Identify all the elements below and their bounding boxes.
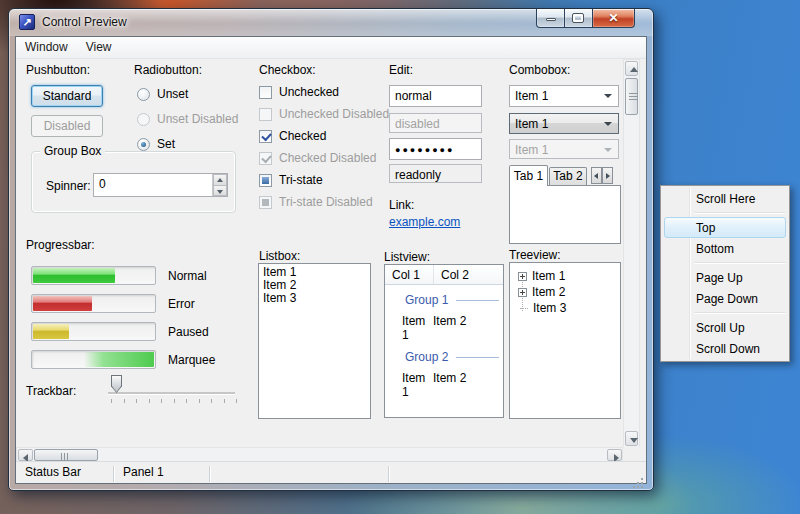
thumb-grip bbox=[629, 93, 638, 101]
progressbar-error-label: Error bbox=[168, 297, 195, 311]
standard-button[interactable]: Standard bbox=[31, 85, 103, 107]
spinner-up-button[interactable] bbox=[213, 174, 227, 185]
trackbar-thumb[interactable] bbox=[111, 375, 122, 393]
treeview: Item 1 Item 2 Item 3 bbox=[509, 262, 621, 419]
combobox-editable[interactable]: Item 1 bbox=[509, 85, 619, 107]
checkbox-checked-label: Checked bbox=[279, 129, 326, 143]
checkbox-tristate-disabled-label: Tri-state Disabled bbox=[279, 195, 373, 209]
menu-separator bbox=[694, 312, 785, 313]
radio-unset-disabled: Unset Disabled bbox=[137, 112, 238, 126]
edit-normal[interactable]: normal bbox=[389, 85, 482, 107]
progress-fill-error bbox=[33, 296, 92, 311]
scroll-up-button[interactable] bbox=[625, 61, 638, 76]
right-arrow-icon bbox=[606, 173, 610, 179]
combobox-dropdown-value: Item 1 bbox=[515, 117, 548, 131]
trackbar-label: Trackbar: bbox=[26, 384, 76, 398]
spinner-value: 0 bbox=[94, 174, 212, 196]
scroll-down-button[interactable] bbox=[625, 431, 638, 446]
radio-set-label: Set bbox=[157, 137, 175, 151]
example-link[interactable]: example.com bbox=[389, 215, 460, 229]
up-arrow-icon bbox=[217, 178, 223, 182]
progress-fill-normal bbox=[33, 268, 115, 283]
combobox-editable-value: Item 1 bbox=[515, 89, 548, 103]
listview-cell: Item 2 bbox=[433, 314, 466, 342]
combobox-disabled: Item 1 bbox=[509, 139, 619, 159]
trackbar-track[interactable] bbox=[108, 392, 235, 394]
checkbox-unchecked[interactable]: Unchecked bbox=[259, 85, 339, 99]
down-arrow-icon bbox=[217, 190, 223, 194]
radio-set[interactable]: Set bbox=[137, 137, 175, 151]
tab-1[interactable]: Tab 1 bbox=[509, 165, 548, 186]
spinner-down-button[interactable] bbox=[213, 185, 227, 197]
scroll-right-button[interactable] bbox=[607, 449, 622, 461]
listview-group-2: Group 2 bbox=[405, 350, 499, 364]
menu-item-bottom[interactable]: Bottom bbox=[664, 238, 786, 259]
vertical-scrollbar[interactable] bbox=[623, 59, 640, 448]
checkbox-checked-disabled: Checked Disabled bbox=[259, 151, 376, 165]
window-controls: ✕ bbox=[536, 9, 635, 28]
menu-bar: Window View bbox=[16, 37, 646, 59]
dropdown-arrow-icon bbox=[604, 148, 612, 152]
listview-col1-header[interactable]: Col 1 bbox=[385, 265, 434, 284]
edit-password[interactable]: ●●●●●●●● bbox=[389, 138, 482, 160]
listview-label: Listview: bbox=[384, 250, 430, 264]
listview-row[interactable]: Item 1 Item 2 bbox=[385, 314, 503, 342]
app-window: ↗ Control Preview ✕ Window View Pushbutt… bbox=[8, 8, 654, 491]
menu-item-scroll-up[interactable]: Scroll Up bbox=[664, 317, 786, 338]
tab-scroll-left-button[interactable] bbox=[591, 167, 602, 184]
tree-item-3[interactable]: Item 3 bbox=[520, 301, 566, 315]
checkbox-checked-icon bbox=[259, 130, 272, 143]
checkbox-tristate[interactable]: Tri-state bbox=[259, 173, 323, 187]
listview-group-2-label: Group 2 bbox=[405, 350, 448, 364]
tree-item-1-label: Item 1 bbox=[532, 269, 565, 283]
tree-item-1[interactable]: Item 1 bbox=[518, 269, 565, 283]
menu-window[interactable]: Window bbox=[16, 37, 77, 58]
menu-item-scroll-down[interactable]: Scroll Down bbox=[664, 338, 786, 359]
scrollbar-context-menu: Scroll Here Top Bottom Page Up Page Down… bbox=[660, 185, 790, 362]
progressbar-normal-label: Normal bbox=[168, 269, 207, 283]
tab-2[interactable]: Tab 2 bbox=[549, 167, 587, 186]
edit-label: Edit: bbox=[389, 63, 413, 77]
menu-item-scroll-here[interactable]: Scroll Here bbox=[664, 188, 786, 209]
listview-col2-header[interactable]: Col 2 bbox=[434, 265, 469, 284]
left-arrow-icon bbox=[594, 173, 598, 179]
spinner-field[interactable]: 0 bbox=[93, 173, 228, 197]
title-bar[interactable]: ↗ Control Preview ✕ bbox=[9, 9, 653, 36]
minimize-button[interactable] bbox=[536, 9, 565, 28]
tree-item-2[interactable]: Item 2 bbox=[518, 285, 565, 299]
combobox-label: Combobox: bbox=[509, 63, 570, 77]
expand-plus-icon[interactable] bbox=[518, 288, 527, 297]
down-arrow-icon bbox=[630, 438, 638, 443]
status-bar: Status Bar Panel 1 bbox=[16, 461, 646, 483]
maximize-button[interactable] bbox=[565, 9, 592, 28]
combobox-dropdown[interactable]: Item 1 bbox=[509, 113, 619, 134]
tab-scroll-right-button[interactable] bbox=[602, 167, 613, 184]
listbox-item[interactable]: Item 3 bbox=[259, 292, 370, 305]
radio-set-icon bbox=[137, 138, 150, 151]
radio-unset-disabled-icon bbox=[137, 113, 150, 126]
resize-grip[interactable] bbox=[641, 478, 643, 480]
listview-row[interactable]: Item 1 Item 2 bbox=[385, 371, 503, 399]
menu-item-page-down[interactable]: Page Down bbox=[664, 288, 786, 309]
maximize-icon bbox=[573, 14, 583, 22]
edit-readonly[interactable]: readonly bbox=[389, 164, 482, 183]
vertical-scroll-thumb[interactable] bbox=[625, 78, 638, 115]
listbox: Item 1 Item 2 Item 3 bbox=[258, 263, 371, 419]
checkbox-unchecked-icon bbox=[259, 86, 272, 99]
menu-item-page-up[interactable]: Page Up bbox=[664, 267, 786, 288]
close-button[interactable]: ✕ bbox=[592, 9, 635, 28]
status-panel-main: Status Bar bbox=[16, 462, 113, 483]
thumb-grip bbox=[61, 453, 70, 461]
radio-unset[interactable]: Unset bbox=[137, 87, 188, 101]
horizontal-scroll-thumb[interactable] bbox=[34, 449, 98, 461]
checkbox-tristate-label: Tri-state bbox=[279, 173, 323, 187]
menu-view[interactable]: View bbox=[77, 37, 121, 58]
progressbar-normal bbox=[31, 266, 156, 285]
menu-item-top[interactable]: Top bbox=[664, 217, 786, 238]
scroll-left-button[interactable] bbox=[18, 449, 33, 461]
checkbox-checked[interactable]: Checked bbox=[259, 129, 326, 143]
treeview-label: Treeview: bbox=[509, 248, 561, 262]
expand-plus-icon[interactable] bbox=[518, 272, 527, 281]
client-area: Pushbutton: Standard Disabled Radiobutto… bbox=[16, 59, 646, 461]
horizontal-scrollbar[interactable] bbox=[16, 447, 623, 461]
